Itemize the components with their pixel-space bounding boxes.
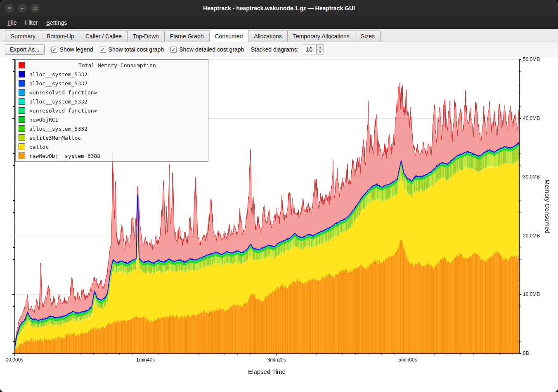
checkbox-label: Show legend	[60, 46, 93, 53]
checkbox-box[interactable]: ✓	[100, 47, 106, 53]
checkbox-show-detailed-cost-graph[interactable]: ✓Show detailed cost graph	[170, 46, 244, 53]
y-axis-title: Memory Consumed	[544, 179, 551, 233]
x-axis-tick-label: 5min00s	[398, 357, 417, 363]
legend-item-label: newObjRC1	[29, 117, 58, 123]
y-axis-tick-label: 40,0MB	[523, 115, 540, 121]
x-axis-tick-label: 00.000s	[6, 357, 24, 363]
consumed-chart: Total Memory Consumptionalloc__system_53…	[0, 57, 558, 392]
tab-top-down[interactable]: Top-Down	[127, 31, 165, 42]
export-as-button[interactable]: Export As...	[5, 44, 45, 55]
legend-title: Total Memory Consumption	[29, 62, 205, 68]
legend-title-row: Total Memory Consumption	[16, 61, 208, 70]
legend-item: newObjRC1	[16, 115, 208, 124]
y-axis-tick-label: 20,0MB	[523, 233, 540, 239]
stacked-diagrams-spinbox[interactable]: 10 ▲ ▼	[302, 45, 324, 54]
window-title: Heaptrack - heaptrack.wakunode.1.gz — He…	[0, 5, 558, 12]
toolbar-checkboxes: ✓Show legend✓Show total cost graph✓Show …	[51, 46, 244, 53]
menu-settings[interactable]: Settings	[42, 17, 71, 28]
checkbox-box[interactable]: ✓	[170, 47, 177, 53]
stacked-diagrams-group: Stacked diagrams: 10 ▲ ▼	[251, 45, 324, 54]
legend-item: <unresolved function>	[16, 88, 208, 97]
minimize-button[interactable]: −	[18, 4, 27, 13]
legend-item-label: alloc__system_5332	[29, 80, 87, 87]
legend-item: rawNewObj__system_6388	[16, 151, 208, 160]
legend-item: sqlite3MemMalloc	[16, 133, 208, 142]
spinner-buttons: ▲ ▼	[316, 45, 324, 54]
tab-flame-graph[interactable]: Flame Graph	[164, 31, 210, 42]
x-axis-tick-label: 3min20s	[267, 357, 286, 363]
tab-caller-callee[interactable]: Caller / Callee	[80, 31, 128, 42]
legend-swatch-icon	[19, 153, 25, 159]
tab-consumed[interactable]: Consumed	[209, 30, 249, 42]
legend-swatch-icon	[19, 134, 25, 141]
y-axis-tick-label: 10,0MB	[523, 291, 540, 297]
titlebar[interactable]: × − □ Heaptrack - heaptrack.wakunode.1.g…	[0, 0, 558, 16]
legend-item-label: sqlite3MemMalloc	[29, 135, 81, 141]
legend-item-label: alloc__system_5332	[29, 126, 87, 132]
checkbox-show-legend[interactable]: ✓Show legend	[51, 46, 93, 53]
legend-swatch-icon	[19, 98, 25, 105]
legend-item: <unresolved function>	[16, 106, 208, 115]
legend-item: alloc__system_5332	[16, 79, 208, 88]
legend-swatch-icon	[19, 116, 25, 123]
legend-item: alloc__system_5332	[16, 97, 208, 106]
tab-bottom-up[interactable]: Bottom-Up	[41, 31, 80, 42]
tab-temporary-allocations[interactable]: Temporary Allocations	[287, 31, 355, 42]
spin-down-button[interactable]: ▼	[317, 50, 324, 54]
heaptrack-window: × − □ Heaptrack - heaptrack.wakunode.1.g…	[0, 0, 558, 392]
tab-bar: SummaryBottom-UpCaller / CalleeTop-DownF…	[0, 29, 558, 42]
window-controls: × − □	[5, 4, 40, 13]
x-axis-title: Elapsed Time	[248, 368, 286, 375]
menu-filter[interactable]: Filter	[21, 17, 42, 28]
legend-item: calloc	[16, 142, 208, 151]
maximize-button[interactable]: □	[31, 4, 40, 13]
legend-item: alloc__system_5332	[16, 124, 208, 133]
stacked-diagrams-value: 10	[302, 45, 316, 54]
tab-sizes[interactable]: Sizes	[355, 31, 381, 42]
legend-item-label: calloc	[29, 144, 49, 150]
menu-file[interactable]: File	[3, 17, 21, 28]
legend-item-label: <unresolved function>	[29, 108, 97, 114]
tab-allocations[interactable]: Allocations	[248, 31, 288, 42]
y-axis-tick-label: 50,0MB	[523, 57, 540, 62]
legend-swatch-icon	[19, 62, 25, 68]
x-axis-tick-label: 1min40s	[136, 357, 155, 363]
legend-swatch-icon	[19, 89, 25, 96]
legend-swatch-icon	[19, 107, 25, 114]
legend-swatch-icon	[19, 125, 25, 132]
tab-summary[interactable]: Summary	[5, 31, 41, 42]
checkbox-box[interactable]: ✓	[51, 47, 57, 53]
legend-item-label: rawNewObj__system_6388	[29, 153, 100, 159]
stacked-diagrams-label: Stacked diagrams:	[251, 46, 298, 53]
menubar: FileFilterSettings	[0, 16, 558, 29]
spin-up-button[interactable]: ▲	[317, 45, 324, 50]
y-axis-tick-label: 0B	[523, 350, 529, 356]
legend-item-label: alloc__system_5332	[29, 99, 87, 105]
legend-item: alloc__system_5332	[16, 70, 208, 79]
legend-item-label: alloc__system_5332	[29, 71, 87, 77]
chart-legend: Total Memory Consumptionalloc__system_53…	[15, 59, 208, 162]
checkbox-label: Show detailed cost graph	[179, 46, 244, 53]
legend-swatch-icon	[19, 71, 25, 77]
legend-swatch-icon	[19, 143, 25, 150]
legend-swatch-icon	[19, 80, 25, 87]
y-axis-tick-label: 30,0MB	[523, 174, 540, 180]
toolbar: Export As... ✓Show legend✓Show total cos…	[0, 42, 558, 57]
legend-item-label: <unresolved function>	[29, 89, 97, 96]
close-button[interactable]: ×	[5, 4, 14, 13]
checkbox-show-total-cost-graph[interactable]: ✓Show total cost graph	[100, 46, 164, 53]
checkbox-label: Show total cost graph	[109, 46, 164, 53]
